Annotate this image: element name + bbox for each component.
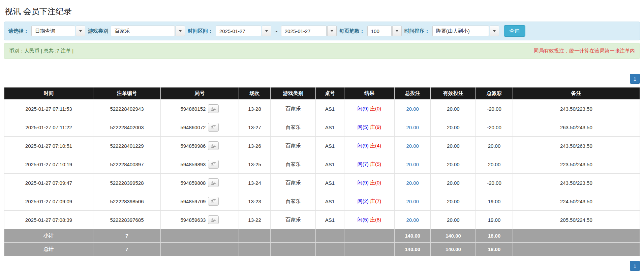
mode-select[interactable]: 日期查询 bbox=[31, 26, 85, 36]
remark: 243.50/223.50 bbox=[513, 174, 640, 192]
result-cell: 闲(5) 庄(9) bbox=[344, 118, 394, 137]
cards-icon bbox=[211, 218, 216, 222]
summary-empty-cell bbox=[160, 243, 239, 256]
search-button[interactable]: 查询 bbox=[504, 25, 525, 37]
summary-empty-cell bbox=[316, 229, 344, 243]
time-sort-select[interactable]: 降幂(由大到小) bbox=[432, 26, 499, 36]
round-cell: 594860072 bbox=[160, 118, 239, 137]
summary-total-bet: 140.00 bbox=[394, 243, 431, 256]
chevron-down-icon[interactable] bbox=[262, 26, 271, 36]
table-row: 2025-01-27 07:09:09 522228398506 5948597… bbox=[4, 192, 640, 211]
game-category-label: 游戏类别 bbox=[88, 28, 108, 34]
page-1-button[interactable]: 1 bbox=[630, 74, 640, 84]
per-page-select[interactable]: 100 bbox=[367, 26, 402, 36]
result-banker: 庄(9) bbox=[370, 124, 381, 130]
chevron-down-icon bbox=[265, 30, 268, 32]
pagination-bottom: 1 bbox=[4, 261, 640, 271]
result-player: 闲(9) bbox=[358, 106, 369, 111]
round-replay-cards-icon[interactable] bbox=[208, 123, 219, 132]
date-to-value[interactable]: 2025-01-27 bbox=[281, 26, 327, 36]
total-payout: 20.00 bbox=[476, 137, 513, 155]
date-to-select[interactable]: 2025-01-27 bbox=[281, 26, 337, 36]
summary-total-payout: 18.00 bbox=[476, 243, 513, 256]
valid-bet: 20.00 bbox=[431, 137, 476, 155]
mode-select-value[interactable]: 日期查询 bbox=[31, 26, 75, 36]
session-number: 13-25 bbox=[239, 155, 270, 174]
bet-time: 2025-01-27 07:09:47 bbox=[4, 174, 93, 192]
total-bet-link[interactable]: 20.00 bbox=[406, 143, 419, 149]
cards-icon bbox=[211, 144, 216, 148]
round-replay-cards-icon[interactable] bbox=[208, 215, 219, 224]
pagination-top: 1 bbox=[4, 74, 640, 84]
header-total-payout: 总派彩 bbox=[476, 88, 513, 100]
bet-time: 2025-01-27 07:11:53 bbox=[4, 100, 93, 118]
total-bet-link[interactable]: 20.00 bbox=[406, 199, 419, 204]
total-bet-link[interactable]: 20.00 bbox=[406, 125, 419, 130]
chevron-down-icon[interactable] bbox=[327, 26, 337, 36]
chevron-down-icon[interactable] bbox=[176, 26, 185, 36]
summary-empty-cell bbox=[271, 243, 316, 256]
page-1-button[interactable]: 1 bbox=[630, 261, 640, 271]
valid-bet: 20.00 bbox=[431, 211, 476, 229]
round-cell: 594859709 bbox=[160, 192, 239, 211]
summary-total-bet: 140.00 bbox=[394, 229, 431, 243]
summary-bar: 币别：人民币 | 总共 :7 注单 | 同局有效投注，统一计算在该局第一张注单内 bbox=[4, 43, 640, 59]
table-number: AS1 bbox=[316, 137, 344, 155]
summary-row-count: 7 bbox=[93, 229, 161, 243]
header-table-no: 桌号 bbox=[316, 88, 344, 100]
round-number: 594859633 bbox=[180, 217, 206, 223]
date-from-value[interactable]: 2025-01-27 bbox=[216, 26, 261, 36]
result-cell: 闲(5) 庄(8) bbox=[344, 211, 394, 229]
game-category-select[interactable]: 百家乐 bbox=[111, 26, 185, 36]
table-number: AS1 bbox=[316, 155, 344, 174]
chevron-down-icon[interactable] bbox=[76, 26, 85, 36]
total-bet-cell: 20.00 bbox=[394, 100, 431, 118]
date-from-select[interactable]: 2025-01-27 bbox=[216, 26, 271, 36]
bets-table-header: 时间 注单编号 局号 场次 游戏类别 桌号 结果 总投注 有效投注 总派彩 备注 bbox=[4, 88, 640, 100]
round-replay-cards-icon[interactable] bbox=[208, 141, 219, 150]
remark: 223.50/243.50 bbox=[513, 155, 640, 174]
chevron-down-icon bbox=[331, 30, 333, 32]
game-category: 百家乐 bbox=[271, 137, 316, 155]
total-bet-link[interactable]: 20.00 bbox=[406, 217, 419, 223]
per-page-value[interactable]: 100 bbox=[367, 26, 392, 36]
total-payout: 19.00 bbox=[476, 211, 513, 229]
table-number: AS1 bbox=[316, 211, 344, 229]
summary-empty-cell bbox=[271, 229, 316, 243]
round-number: 594859986 bbox=[180, 143, 206, 149]
total-bet-cell: 20.00 bbox=[394, 211, 431, 229]
total-payout: -20.00 bbox=[476, 100, 513, 118]
total-bet-cell: 20.00 bbox=[394, 192, 431, 211]
header-remark: 备注 bbox=[513, 88, 640, 100]
summary-row-label: 总计 bbox=[4, 243, 93, 256]
total-bet-cell: 20.00 bbox=[394, 174, 431, 192]
bet-id: 522228399528 bbox=[93, 174, 161, 192]
total-bet-link[interactable]: 20.00 bbox=[406, 106, 419, 112]
game-category-select-value[interactable]: 百家乐 bbox=[111, 26, 175, 36]
round-number: 594860152 bbox=[180, 106, 206, 112]
summary-row: 小计 7 140.00 140.00 18.00 bbox=[4, 229, 640, 243]
table-number: AS1 bbox=[316, 174, 344, 192]
round-replay-cards-icon[interactable] bbox=[208, 178, 219, 187]
game-category: 百家乐 bbox=[271, 211, 316, 229]
total-bet-link[interactable]: 20.00 bbox=[406, 180, 419, 186]
bet-time: 2025-01-27 07:08:39 bbox=[4, 211, 93, 229]
chevron-down-icon[interactable] bbox=[392, 26, 402, 36]
result-player: 闲(9) bbox=[358, 143, 369, 148]
time-sort-value[interactable]: 降幂(由大到小) bbox=[432, 26, 489, 36]
summary-valid-bet: 140.00 bbox=[431, 243, 476, 256]
chevron-down-icon[interactable] bbox=[490, 26, 499, 36]
summary-total-payout: 18.00 bbox=[476, 229, 513, 243]
round-replay-cards-icon[interactable] bbox=[208, 197, 219, 206]
game-category: 百家乐 bbox=[271, 100, 316, 118]
total-bet-link[interactable]: 20.00 bbox=[406, 162, 419, 167]
range-separator: ~ bbox=[275, 28, 278, 34]
header-total-bet: 总投注 bbox=[394, 88, 431, 100]
round-replay-cards-icon[interactable] bbox=[208, 104, 219, 113]
session-number: 13-24 bbox=[239, 174, 270, 192]
remark: 243.50/223.50 bbox=[513, 100, 640, 118]
round-cell: 594859893 bbox=[160, 155, 239, 174]
round-replay-cards-icon[interactable] bbox=[208, 160, 219, 169]
summary-empty-cell bbox=[160, 229, 239, 243]
remark: 243.50/263.50 bbox=[513, 137, 640, 155]
